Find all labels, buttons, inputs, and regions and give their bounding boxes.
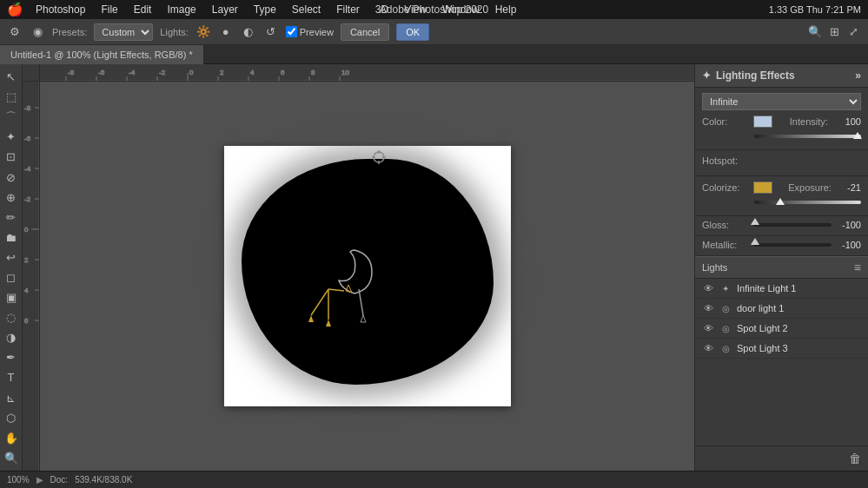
light-type-select[interactable]: Infinite — [702, 93, 861, 110]
svg-marker-45 — [361, 315, 366, 322]
tool-zoom[interactable]: 🔍 — [2, 449, 21, 467]
svg-text:-8: -8 — [68, 69, 75, 76]
gloss-row: Gloss: -100 — [702, 220, 861, 230]
svg-marker-42 — [326, 320, 331, 326]
color-swatch[interactable] — [753, 115, 772, 128]
apple-menu[interactable]: 🍎 — [7, 2, 23, 17]
light-type-icon-4: ◎ — [719, 342, 732, 354]
svg-marker-43 — [346, 285, 352, 293]
intensity-slider-row[interactable] — [702, 132, 861, 144]
gloss-slider[interactable] — [753, 223, 832, 227]
preview-checkbox[interactable] — [286, 26, 297, 37]
lights-icon-3[interactable]: ◐ — [241, 24, 256, 40]
expand-icon[interactable]: ⤢ — [845, 24, 861, 40]
tab-main[interactable]: Untitled-1 @ 100% (Light Effects, RGB/8)… — [0, 45, 204, 64]
lights-icon-2[interactable]: ● — [218, 24, 234, 40]
lights-icon-1[interactable]: 🔆 — [195, 24, 211, 40]
metallic-handle[interactable] — [751, 238, 759, 245]
expand-panel-icon[interactable]: » — [855, 69, 861, 82]
eye-icon-3[interactable]: 👁 — [702, 322, 714, 334]
ok-button[interactable]: OK — [396, 23, 429, 41]
tool-select[interactable]: ⬚ — [2, 88, 21, 106]
light-item-4[interactable]: 👁 ◎ Spot Light 3 — [695, 339, 868, 359]
light-item-1[interactable]: 👁 ✦ Infinite Light 1 — [695, 279, 868, 299]
eye-icon-1[interactable]: 👁 — [702, 282, 714, 294]
tool-hand[interactable]: ✋ — [2, 429, 21, 447]
eye-icon-2[interactable]: 👁 — [702, 302, 714, 314]
light-type-icon-3: ◎ — [719, 322, 732, 334]
lights-menu-button[interactable]: ≡ — [854, 261, 861, 274]
canvas-area[interactable]: -8 -6 -4 -2 0 2 4 6 8 10 -8 -6 — [23, 64, 694, 471]
tool-eraser[interactable]: ◻ — [2, 268, 21, 287]
hotspot-label: Hotspot: — [702, 155, 750, 166]
status-arrow[interactable]: ▶ — [36, 475, 43, 485]
svg-text:-2: -2 — [24, 195, 31, 203]
tool-text[interactable]: T — [2, 368, 21, 386]
lights-section: Lights ≡ 👁 ✦ Infinite Light 1 👁 ◎ door l… — [695, 256, 868, 471]
canvas-document[interactable] — [224, 146, 511, 406]
light-item-3[interactable]: 👁 ◎ Spot Light 2 — [695, 319, 868, 339]
tool-lasso[interactable]: ⌒ — [2, 108, 21, 126]
menu-filter[interactable]: Filter — [329, 2, 367, 17]
tool-magic[interactable]: ✦ — [2, 128, 21, 146]
exposure-slider-handle[interactable] — [776, 198, 785, 205]
light-name-2: door light 1 — [737, 303, 784, 313]
tool-heal[interactable]: ⊕ — [2, 188, 21, 207]
tool-slice[interactable]: ⊘ — [2, 168, 21, 186]
svg-text:-8: -8 — [24, 104, 31, 112]
light-item-2[interactable]: 👁 ◎ door light 1 — [695, 299, 868, 319]
colorize-swatch[interactable] — [753, 181, 772, 194]
tool-dodge[interactable]: ◑ — [2, 328, 21, 346]
presets-select[interactable]: Custom — [94, 23, 153, 41]
tool-blur[interactable]: ◌ — [2, 308, 21, 326]
menu-select[interactable]: Select — [285, 2, 328, 17]
delete-light-button[interactable]: 🗑 — [849, 452, 861, 465]
exposure-slider-track[interactable] — [754, 201, 861, 204]
tool-crop[interactable]: ⊡ — [2, 148, 21, 166]
tool-path[interactable]: ⊾ — [2, 389, 21, 407]
tool-brush[interactable]: ✏ — [2, 208, 21, 227]
menu-layer[interactable]: Layer — [205, 2, 245, 17]
toolbar: ⚙ ◉ Presets: Custom Lights: 🔆 ● ◐ ↺ Prev… — [0, 19, 868, 45]
intensity-slider-track[interactable] — [754, 135, 861, 138]
tool-gradient[interactable]: ▣ — [2, 288, 21, 307]
svg-text:4: 4 — [250, 69, 255, 76]
menu-file[interactable]: File — [94, 2, 124, 17]
props-icon: ✦ — [702, 69, 711, 82]
cancel-button[interactable]: Cancel — [341, 23, 389, 41]
zoom-level: 100% — [7, 475, 30, 485]
ruler-corner — [23, 64, 40, 82]
svg-text:2: 2 — [220, 69, 224, 76]
exposure-slider-row[interactable] — [702, 198, 861, 210]
svg-text:-6: -6 — [24, 135, 31, 142]
preview-checkbox-wrapper[interactable]: Preview — [286, 26, 334, 37]
tool-shape[interactable]: ⬡ — [2, 409, 21, 427]
metallic-slider[interactable] — [753, 243, 832, 247]
crosshair-handle[interactable] — [372, 150, 386, 164]
menu-type[interactable]: Type — [247, 2, 283, 17]
tool-icon-2[interactable]: ◉ — [30, 24, 45, 40]
menu-help[interactable]: Help — [488, 2, 524, 17]
properties-header: ✦ Lighting Effects » — [695, 64, 868, 88]
intensity-slider-handle[interactable] — [853, 132, 862, 139]
zoom-icon[interactable]: 🔍 — [807, 24, 823, 40]
tool-pen[interactable]: ✒ — [2, 348, 21, 366]
lights-icon-4[interactable]: ↺ — [263, 24, 279, 40]
tool-history[interactable]: ↩ — [2, 248, 21, 267]
panel-icon[interactable]: ⊞ — [826, 24, 842, 40]
type-dropdown-row: Infinite — [702, 93, 861, 110]
menu-image[interactable]: Image — [160, 2, 202, 17]
metallic-section: Metallic: -100 — [695, 236, 868, 256]
app-name-menu[interactable]: Photoshop — [29, 2, 92, 17]
canvas-content[interactable] — [40, 82, 694, 471]
doc-label: Doc: — [50, 475, 69, 485]
tool-stamp[interactable]: 🖿 — [2, 228, 21, 247]
ruler-top: -8 -6 -4 -2 0 2 4 6 8 10 — [40, 64, 694, 82]
menu-edit[interactable]: Edit — [127, 2, 159, 17]
svg-line-44 — [359, 289, 363, 315]
tool-icon-1[interactable]: ⚙ — [7, 24, 23, 40]
tool-move[interactable]: ↖ — [2, 68, 21, 86]
gloss-handle[interactable] — [751, 218, 759, 225]
eye-icon-4[interactable]: 👁 — [702, 342, 714, 354]
intensity-label: Intensity: — [790, 116, 828, 127]
